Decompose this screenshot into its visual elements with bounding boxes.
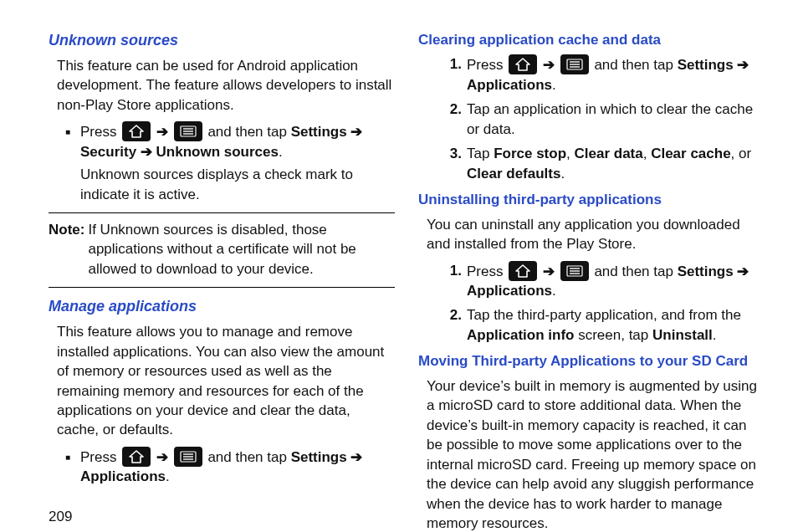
settings-label: Settings	[291, 449, 347, 465]
manage-intro: This feature allows you to manage and re…	[57, 322, 395, 440]
uninstall-step-1: 1. Press ➔ and then tap Settings ➔ Appli…	[442, 261, 765, 301]
clear-data-label: Clear data	[575, 146, 643, 161]
menu-icon	[174, 121, 202, 141]
period: .	[552, 77, 556, 93]
left-column: Unknown sources This feature can be used…	[49, 30, 395, 532]
step-number: 3.	[442, 144, 467, 183]
heading-moving: Moving Third-party Applications to your …	[418, 351, 765, 371]
arrow-icon: ➔	[543, 57, 555, 73]
applications-label: Applications	[467, 77, 552, 93]
applications-label: Applications	[80, 468, 166, 484]
force-stop-label: Force stop	[494, 146, 566, 161]
step-number: 2.	[442, 305, 467, 345]
menu-icon	[560, 261, 589, 281]
arrow-icon: ➔	[350, 124, 362, 140]
manual-page: Unknown sources This feature can be used…	[0, 0, 798, 532]
tap-lead: and then tap	[204, 449, 291, 465]
applications-label: Applications	[467, 283, 552, 299]
unknown-after: Unknown sources displays a check mark to…	[80, 165, 395, 204]
arrow-icon: ➔	[543, 263, 555, 279]
arrow-icon: ➔	[156, 124, 168, 140]
clearing-step-3: 3. Tap Force stop, Clear data, Clear cac…	[442, 144, 765, 183]
clearing-step-2: 2. Tap an application in which to clear …	[442, 100, 765, 139]
clear-cache-label: Clear cache	[651, 146, 730, 161]
period: .	[279, 144, 283, 160]
manage-bullet-body: Press ➔ and then tap Settings ➔ Applicat…	[80, 447, 395, 487]
step-number: 1.	[442, 261, 467, 301]
home-icon	[509, 261, 537, 281]
separator	[49, 287, 395, 288]
bullet-square-icon: ■	[65, 447, 80, 487]
step-number: 2.	[442, 100, 467, 139]
tap-lead: and then tap	[204, 124, 291, 140]
separator	[49, 212, 395, 213]
tap-lead: and then tap	[591, 57, 678, 73]
unknown-bullet-body: Press ➔ and then tap Settings ➔ Security…	[80, 121, 395, 161]
security-label: Security	[80, 144, 136, 160]
home-icon	[122, 121, 151, 141]
uninstall-intro: You can uninstall any application you do…	[427, 215, 765, 254]
right-column: Clearing application cache and data 1. P…	[418, 30, 765, 532]
press-label: Press	[80, 449, 120, 465]
note-row: Note: If Unknown sources is disabled, th…	[49, 220, 395, 279]
note-label: Note:	[49, 220, 88, 279]
heading-unknown-sources: Unknown sources	[49, 30, 395, 51]
step-body: Tap the third-party application, and fro…	[467, 305, 765, 345]
period: .	[552, 283, 556, 299]
bullet-square-icon: ■	[65, 121, 80, 161]
manage-bullet: ■ Press ➔ and then tap Settings ➔ Applic…	[65, 447, 395, 487]
heading-uninstalling: Uninstalling third-party applications	[418, 190, 765, 209]
app-info-label: Application info	[467, 327, 574, 343]
unknown-bullet: ■ Press ➔ and then tap Settings ➔ Securi…	[65, 121, 395, 161]
settings-label: Settings	[678, 263, 734, 279]
period: .	[560, 166, 565, 182]
arrow-icon: ➔	[737, 57, 749, 73]
settings-label: Settings	[291, 124, 347, 140]
period: .	[713, 327, 717, 343]
heading-manage-apps: Manage applications	[49, 296, 395, 317]
step-body: Tap an application in which to clear the…	[467, 100, 765, 139]
arrow-icon: ➔	[737, 263, 749, 279]
arrow-icon: ➔	[141, 144, 152, 160]
sep: ,	[643, 146, 651, 161]
step-body: Tap Force stop, Clear data, Clear cache,…	[467, 144, 765, 183]
page-number: 209	[49, 507, 395, 526]
tap-label: Tap	[467, 146, 494, 161]
menu-icon	[174, 447, 202, 467]
clearing-step-1: 1. Press ➔ and then tap Settings ➔ Appli…	[442, 54, 765, 95]
text: screen, tap	[574, 327, 652, 343]
step-number: 1.	[442, 54, 467, 95]
unknown-sources-label: Unknown sources	[156, 144, 279, 160]
step-body: Press ➔ and then tap Settings ➔ Applicat…	[467, 261, 765, 301]
press-label: Press	[80, 124, 120, 140]
arrow-icon: ➔	[350, 449, 362, 465]
press-label: Press	[467, 263, 507, 279]
home-icon	[122, 447, 151, 467]
moving-body: Your device’s built in memory is augment…	[427, 376, 765, 532]
clear-defaults-label: Clear defaults	[467, 166, 560, 182]
or-label: , or	[731, 146, 752, 161]
uninstall-step-2: 2. Tap the third-party application, and …	[442, 305, 765, 345]
sep: ,	[566, 146, 574, 161]
menu-icon	[560, 54, 589, 74]
note-body: If Unknown sources is disabled, those ap…	[88, 220, 395, 279]
arrow-icon: ➔	[156, 449, 168, 465]
press-label: Press	[467, 57, 507, 73]
unknown-intro: This feature can be used for Android app…	[57, 56, 395, 115]
tap-lead: and then tap	[591, 263, 678, 279]
text: Tap the third-party application, and fro…	[467, 307, 741, 323]
step-body: Press ➔ and then tap Settings ➔ Applicat…	[467, 54, 765, 95]
home-icon	[509, 54, 537, 74]
uninstall-label: Uninstall	[652, 327, 713, 343]
period: .	[166, 468, 170, 484]
settings-label: Settings	[678, 57, 734, 73]
heading-clearing: Clearing application cache and data	[418, 30, 765, 49]
